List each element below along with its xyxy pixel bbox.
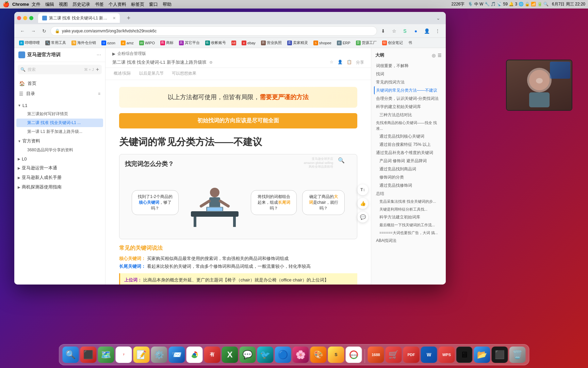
address-bar[interactable]: 🔒 yake.yuque.com/asmvm5/ong3sr/kfvdshcb2…	[50, 26, 377, 36]
tree-item-lesson3[interactable]: 第三课如何写好详情页	[16, 110, 103, 118]
ol-item-10[interactable]: 通过前台搜索特征 75% 以上	[374, 140, 443, 149]
dock-files[interactable]: 📂	[474, 347, 490, 363]
star-icon[interactable]: ☆	[330, 60, 333, 65]
tree-section-amazon-ops-header[interactable]: ▶ 亚马逊运营一本通	[14, 164, 105, 172]
yuque-icon[interactable]: S	[400, 26, 410, 36]
forward-button[interactable]: →	[29, 26, 38, 36]
toc-list-icon[interactable]: ≡	[98, 91, 100, 96]
dock-maps[interactable]: 🗺️	[98, 347, 114, 363]
extension1[interactable]: ●	[411, 26, 421, 36]
dock-1688[interactable]: 1688	[368, 347, 384, 363]
dock-trash[interactable]: 🗑️	[509, 347, 526, 363]
ol-item-21[interactable]: ======大词也要投广告，大词 搞...	[374, 229, 443, 237]
bookmark-license[interactable]: 营 营业执照	[259, 40, 284, 46]
outline-list-icon[interactable]: ☰	[438, 53, 442, 58]
dock-finder[interactable]: 🔍	[63, 347, 79, 363]
menu-edit[interactable]: 编辑	[45, 1, 54, 7]
ol-item-20[interactable]: 最后概括一下找关键词的工作流...	[374, 221, 443, 229]
tree-item-3680[interactable]: 3680选品同学分享的资料	[16, 146, 103, 154]
ol-item-4[interactable]: 关键词的常见分类方法——不建议	[374, 86, 443, 94]
share-icon[interactable]: 👤	[338, 60, 343, 65]
close-button[interactable]	[17, 16, 21, 20]
dock-pdf[interactable]: PDF	[403, 347, 420, 363]
bookmark-notes[interactable]: 创 创业笔记	[380, 40, 405, 46]
ol-item-6[interactable]: 科学的建立初始关键词库	[374, 103, 443, 111]
bookmark-overseas[interactable]: 海 海外仓分销	[69, 40, 98, 46]
sidebar-item-toc[interactable]: ☰ 目录 ≡	[14, 89, 105, 99]
ol-item-7[interactable]: 三种方法总结对比	[374, 111, 443, 119]
tree-section-l1-header[interactable]: ▼ L1	[14, 102, 105, 109]
dock-settings[interactable]: ⚙️	[151, 347, 167, 363]
workspace-more[interactable]: ···	[97, 52, 101, 58]
tree-section-newbie-header[interactable]: ▶ 亚马逊新人成长手册	[14, 173, 105, 182]
ol-item-18[interactable]: 关键是利用特征分析工具找...	[374, 205, 443, 213]
ol-item-15[interactable]: 通过竞品找修饰词	[374, 181, 443, 189]
dock-timer[interactable]: 00:01	[346, 347, 362, 363]
menu-tabs[interactable]: 标签页	[131, 1, 144, 7]
ol-item-13[interactable]: 通过竞品找到商品词	[374, 165, 443, 173]
dock-shop[interactable]: 🛒	[386, 347, 402, 363]
dock-word[interactable]: W	[421, 347, 437, 363]
sidebar-item-home[interactable]: 🏠 首页	[14, 78, 105, 89]
ol-item-17[interactable]: 竞品采集法找准 找全关键词的步...	[374, 198, 443, 205]
tree-section-l0-header[interactable]: ▶ L0	[14, 155, 105, 163]
dock-app3[interactable]: 🌸	[293, 347, 309, 363]
bookmark-trademark[interactable]: 商 商标	[158, 40, 176, 46]
dock-chrome[interactable]	[186, 347, 203, 363]
dock-wps[interactable]: WPS	[439, 347, 455, 363]
menu-history[interactable]: 历史记录	[72, 1, 90, 7]
ol-item-8[interactable]: 先找准商品的核心关键词——找全 找准...	[374, 119, 443, 132]
new-doc-button[interactable]: +	[96, 66, 99, 73]
ol-item-19[interactable]: 科学方法建立初始词库	[374, 213, 443, 221]
tab-overview[interactable]: 概述/实际	[112, 68, 132, 80]
ol-item-3[interactable]: 常见的找词方法	[374, 78, 443, 86]
tree-section-official-header[interactable]: ▼ 官方资料	[14, 137, 105, 145]
active-tab[interactable]: 第二课 找准 找全关键词-L1 新手... ✕	[38, 13, 120, 23]
magnify-icon[interactable]: 🔍	[338, 157, 345, 164]
doc-settings-icon[interactable]: ⚙	[209, 60, 213, 65]
bookmark-more[interactable]: 书	[406, 40, 414, 46]
dock-wechat[interactable]: 💬	[240, 347, 256, 363]
dock-excel[interactable]: X	[222, 347, 238, 363]
menu-file[interactable]: 文件	[32, 1, 40, 7]
tree-item-lesson2[interactable]: 第二课 找准 找全关键词-L1 ...	[16, 119, 103, 127]
ol-item-12[interactable]: 产品词 修饰词 避开品牌词	[374, 157, 443, 165]
bookmark-bilibili[interactable]: B 哔哩哔哩	[17, 40, 42, 46]
tab-catalog[interactable]: 以后是第几节	[138, 68, 165, 80]
menu-bookmarks[interactable]: 书签	[95, 1, 104, 7]
more-options[interactable]: ⋮	[433, 26, 442, 36]
dock-mail[interactable]: 📨	[169, 347, 185, 363]
bookmark-ozon[interactable]: O ozon	[99, 40, 117, 46]
dock-terminal[interactable]: ⬛	[492, 347, 508, 363]
profile-icon[interactable]: 👤	[422, 26, 431, 36]
bookmark-tools[interactable]: 🔧 常用工具	[43, 40, 68, 46]
download-icon[interactable]: ⬇	[378, 26, 388, 36]
ol-item-9[interactable]: 通过竞品找到核心关键词	[374, 132, 443, 140]
dock-youdao[interactable]: 有	[204, 347, 220, 363]
dock-screen[interactable]: 🖥	[456, 347, 473, 363]
menu-window[interactable]: 窗口	[149, 1, 158, 7]
ol-item-1[interactable]: 词很重要，不解释	[374, 62, 443, 70]
ol-item-16[interactable]: 总结	[374, 189, 443, 198]
bookmark-wipo[interactable]: W WIPO	[137, 40, 157, 46]
sidebar-search[interactable]: 🔍 搜索 ⌘ + J +	[18, 65, 102, 74]
bookmark-ae[interactable]: AE	[229, 40, 238, 46]
bookmark-account[interactable]: 收 收帐账号	[203, 40, 228, 46]
tab-something[interactable]: 可以想想效果	[170, 68, 198, 80]
ol-item-22[interactable]: ABA找词法	[374, 236, 443, 245]
toc-doc-icon[interactable]: 📋	[347, 60, 352, 65]
tree-section-detector-header[interactable]: ▶ 商机探测器使用指南	[14, 183, 105, 191]
dock-launchpad[interactable]: ⬛	[80, 347, 97, 363]
bookmark-ebay[interactable]: e ebay	[240, 40, 258, 46]
tab-close-button[interactable]: ✕	[113, 16, 116, 20]
menu-view[interactable]: 视图	[59, 1, 68, 7]
ol-item-14[interactable]: 修饰词的分类	[374, 173, 443, 181]
breadcrumb-item[interactable]: 企粉综合管理版	[117, 51, 146, 57]
cta-button[interactable]: 初始找词的方向应该是尽可能全面	[119, 113, 357, 128]
dock-calendar[interactable]: 7	[116, 347, 132, 363]
ol-item-2[interactable]: 找词	[374, 70, 443, 78]
bookmark-seller[interactable]: 卖 卖家精灵	[285, 40, 310, 46]
maximize-button[interactable]	[29, 16, 33, 20]
tree-item-lesson1[interactable]: 第一课 L1 新手加速上路升级...	[16, 127, 103, 136]
window-controls[interactable]: ⌄	[436, 15, 443, 21]
